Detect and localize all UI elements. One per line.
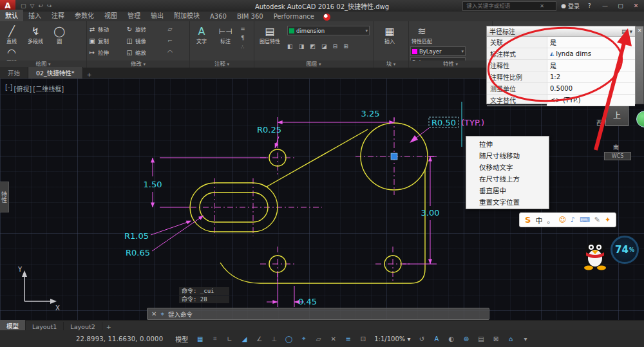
polyline-button[interactable]: ↯ 多段线	[25, 24, 46, 44]
osnap-toggle-icon[interactable]: ◯	[283, 333, 295, 345]
menu-item-reset-text-position[interactable]: 重置文字位置	[466, 196, 549, 207]
layer-freeze-icon[interactable]: ◩	[310, 43, 316, 50]
dynamic-input-icon[interactable]: ⊡	[357, 333, 369, 345]
undo-icon[interactable]: ↩	[38, 3, 43, 9]
fillet-icon[interactable]: ⌐	[163, 35, 177, 46]
search-clear-icon[interactable]: ✕	[540, 3, 544, 9]
dim-r-large-text[interactable]: R0.50	[431, 118, 456, 127]
viewcube-west-label[interactable]: 西	[596, 118, 602, 127]
tab-annotate[interactable]: 注释	[46, 10, 70, 21]
dim-r-slot-text[interactable]: R0.65	[126, 248, 150, 258]
annotation-monitor-icon[interactable]: ⊛	[460, 333, 472, 345]
tab-bim360[interactable]: BIM 360	[232, 12, 269, 21]
qp-value[interactable]: 是	[547, 60, 635, 71]
layer-walk-icon[interactable]: ⊞	[343, 43, 348, 50]
qp-close-icon[interactable]: ✕	[638, 28, 642, 33]
workspace-switch-icon[interactable]: ◐	[445, 333, 457, 345]
layer-match-icon[interactable]: ⊟	[333, 43, 338, 50]
annotation-scale-button[interactable]: 1:1/100% ▾	[374, 335, 410, 342]
color-dropdown[interactable]: ByLayer ▾	[410, 46, 466, 56]
battery-widget[interactable]: 74%	[611, 236, 639, 264]
tab-layout2[interactable]: Layout2	[64, 322, 102, 331]
match-properties-button[interactable]: ≋ 特性匹配	[410, 24, 433, 44]
plate-right-bottom-edge[interactable]	[220, 169, 425, 283]
punctuation-icon[interactable]: 。	[547, 215, 554, 225]
menu-item-move-text-only[interactable]: 仅移动文字	[466, 161, 549, 173]
wcs-menu[interactable]: WCS	[604, 152, 631, 160]
ortho-toggle-icon[interactable]: ∟	[223, 333, 236, 345]
quick-properties-toggle-icon[interactable]: ▤	[475, 333, 487, 345]
dim-r-small-text[interactable]: R0.25	[257, 125, 281, 135]
dim-typ-text[interactable]: (TYP.)	[461, 118, 484, 127]
command-target-icon[interactable]: ⌖	[160, 310, 164, 318]
selection-cycling-icon[interactable]: ✕	[327, 333, 339, 345]
viewport-menu-control[interactable]: [-]	[5, 84, 12, 93]
minimize-button[interactable]: —	[600, 3, 611, 9]
qp-options-icon[interactable]: ▤	[621, 28, 627, 35]
command-prompt[interactable]: 键入命令	[168, 310, 193, 319]
ime-language-toggle[interactable]: 中	[535, 215, 542, 225]
layer-off-icon[interactable]: ◧	[287, 43, 293, 50]
mirror-button[interactable]: ◫镜像	[126, 35, 162, 46]
close-button[interactable]: ✕	[630, 3, 641, 9]
insert-block-button[interactable]: ▦ 插入	[375, 24, 404, 44]
transparency-toggle-icon[interactable]: ▱	[312, 333, 325, 345]
array-icon[interactable]: ◠	[163, 46, 177, 58]
qp-value[interactable]: <> (TYP.)	[547, 95, 635, 106]
emoji-icon[interactable]: ☺	[558, 216, 565, 224]
help-search-box[interactable]: ✕	[462, 1, 556, 11]
layer-isolate-icon[interactable]: ◨	[299, 43, 305, 50]
dimension-button[interactable]: ⊢⊣ 标注	[215, 24, 236, 44]
annotation-visibility-icon[interactable]: ↺	[415, 333, 428, 345]
sogou-logo-icon[interactable]: S	[525, 215, 531, 225]
voice-input-icon[interactable]: ♪	[571, 216, 575, 224]
command-close-icon[interactable]: ✕	[151, 310, 156, 317]
dim-width-text[interactable]: 3.25	[361, 109, 380, 118]
menu-item-above-dimline[interactable]: 在尺寸线上方	[466, 173, 549, 184]
command-line[interactable]: ✕ ⌖ 键入命令	[147, 308, 489, 320]
menu-item-center-vertically[interactable]: 垂直居中	[466, 184, 549, 196]
panel-properties-label[interactable]: 特性 ▾	[409, 61, 492, 68]
grip-square[interactable]	[391, 153, 397, 160]
clean-screen-icon[interactable]: ⌂	[504, 333, 516, 345]
drawing-area[interactable]: 3.25 R0.25 R0.50 (TYP.) 1.50 3.00 R1.05 …	[0, 79, 644, 320]
panel-annotate-label[interactable]: 注释 ▾	[190, 61, 254, 68]
stretch-button[interactable]: ↦拉伸	[88, 46, 124, 58]
lineweight-toggle-icon[interactable]: ⌖	[298, 333, 310, 345]
tab-insert[interactable]: 插入	[23, 10, 46, 21]
slot-outline[interactable]	[200, 192, 268, 222]
tab-parametric[interactable]: 参数化	[70, 10, 99, 21]
dim-height-left-text[interactable]: 1.50	[144, 180, 162, 189]
lock-ui-icon[interactable]: ⊠	[489, 333, 502, 345]
viewport-style-control[interactable]: [二维线框]	[33, 84, 64, 93]
isodraft-toggle-icon[interactable]: ∠	[253, 333, 265, 345]
tab-manage[interactable]: 管理	[122, 10, 146, 21]
copy-button[interactable]: ▣复制	[88, 35, 124, 46]
viewport-view-control[interactable]: [俯视]	[14, 84, 32, 93]
polar-toggle-icon[interactable]: ◢	[238, 333, 251, 345]
new-drawing-tab-button[interactable]: +	[83, 70, 96, 79]
panel-layers-label[interactable]: 图层 ▾	[254, 61, 373, 68]
tab-output[interactable]: 输出	[146, 10, 169, 21]
qq-penguin-icon[interactable]	[578, 237, 612, 273]
tab-default[interactable]: 默认	[0, 10, 23, 21]
qat-new-icon[interactable]: ▢	[21, 3, 26, 9]
dim-height-right-text[interactable]: 3.00	[421, 208, 440, 218]
table-icon[interactable]: ∴	[240, 44, 245, 51]
properties-palette-tab[interactable]: 特性	[0, 182, 9, 212]
autoscale-icon[interactable]: A	[430, 333, 442, 345]
qp-value[interactable]: 是	[547, 37, 635, 48]
tab-a360[interactable]: A360	[205, 12, 232, 21]
qat-open-icon[interactable]: ▽	[30, 3, 35, 9]
soft-keyboard-icon[interactable]: ⌨	[580, 216, 590, 224]
menu-item-move-with-dimline[interactable]: 随尺寸线移动	[466, 149, 549, 161]
layer-dropdown[interactable]: dimension ▾	[287, 26, 370, 35]
grid-toggle-icon[interactable]: ▦	[194, 333, 206, 345]
tab-addins[interactable]: 附加模块	[169, 10, 205, 21]
viewcube-south-label[interactable]: 南	[613, 143, 619, 151]
qp-value[interactable]: ◭lynda dims	[547, 48, 635, 59]
scale-button[interactable]: ◱缩放	[126, 46, 162, 58]
file-tab-start[interactable]: 开始	[0, 67, 28, 79]
snap-toggle-icon[interactable]: ⌗	[209, 333, 221, 345]
move-button[interactable]: ⇄移动	[88, 23, 124, 35]
